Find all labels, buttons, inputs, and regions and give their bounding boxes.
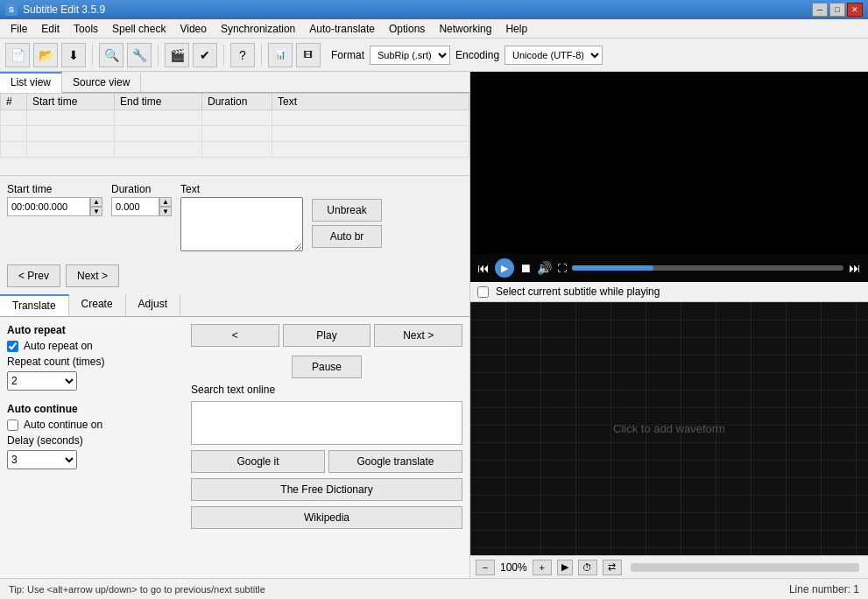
help-button[interactable]: ? [230,43,255,67]
tab-adjust[interactable]: Adjust [126,294,180,316]
zoom-in-button[interactable]: + [533,560,552,575]
status-bar: Tip: Use <alt+arrow up/down> to go to pr… [0,578,868,599]
edit-fields-row: Start time ▲ ▼ Duration [7,183,462,254]
waveform-button[interactable]: 📊 [268,43,293,67]
duration-down[interactable]: ▼ [159,207,172,216]
text-input[interactable] [180,197,303,251]
check-button[interactable]: ✔ [193,43,217,67]
table-row[interactable] [1,126,469,142]
close-button[interactable]: ✕ [847,3,863,17]
toolbar-separator-2 [158,45,159,66]
repeat-count-row: Repeat count (times) [7,356,182,368]
col-header-dur: Duration [202,94,272,110]
waveform-extra-button[interactable]: ⇄ [603,560,622,575]
zoom-out-button[interactable]: − [476,560,495,575]
app-icon: S [5,4,18,16]
text-label: Text [180,183,303,195]
menu-options[interactable]: Options [382,21,432,37]
maximize-button[interactable]: □ [829,3,845,17]
encoding-select[interactable]: Unicode (UTF-8) [505,46,603,65]
table-row[interactable] [1,142,469,158]
main-area: List view Source view # Start time End t… [0,72,868,578]
waveform-area[interactable]: Click to add waveform [470,302,868,555]
play-waveform-button[interactable]: ▶ [557,560,573,575]
vc-fullscreen[interactable]: ⛶ [557,263,567,273]
tab-translate[interactable]: Translate [0,294,69,316]
auto-continue-section: Auto continue Auto continue on Delay (se… [7,403,182,469]
search-online-input[interactable] [191,401,462,445]
right-panel: ⏮ ▶ ⏹ 🔊 ⛶ ⏭ Select current subtitle whil… [470,72,868,578]
vc-rewind[interactable]: ⏮ [477,261,490,275]
duration-up[interactable]: ▲ [159,197,172,207]
prev-button[interactable]: < Prev [7,264,60,287]
download-button[interactable]: ⬇ [61,43,86,67]
format-label: Format [331,49,364,61]
auto-continue-checkbox[interactable] [7,419,18,431]
menu-spellcheck[interactable]: Spell check [105,21,173,37]
auto-repeat-on-label: Auto repeat on [24,340,93,352]
delay-row: Delay (seconds) [7,434,182,447]
tab-create[interactable]: Create [69,294,126,316]
delay-select[interactable]: 3 1 2 [7,450,77,469]
next-play-button[interactable]: Next > [374,324,462,347]
auto-repeat-checkbox[interactable] [7,341,18,352]
play-button[interactable]: Play [283,324,371,347]
translate-content: Auto repeat Auto repeat on Repeat count … [0,317,469,578]
menu-networking[interactable]: Networking [432,21,498,37]
fix-button[interactable]: 🔧 [127,43,152,67]
format-select[interactable]: SubRip (.srt) [370,46,450,65]
waveform-scrollbar[interactable] [631,563,859,572]
search-btns-grid: Google it Google translate [191,450,462,473]
waveform-checkbox[interactable] [477,286,489,298]
open-button[interactable]: 📂 [33,43,58,67]
edit-area: Start time ▲ ▼ Duration [0,176,469,294]
menu-edit[interactable]: Edit [34,21,67,37]
vc-play[interactable]: ▶ [495,258,514,278]
auto-repeat-checkbox-row: Auto repeat on [7,340,182,352]
auto-continue-on-label: Auto continue on [24,419,102,431]
back-button[interactable]: < [191,324,279,347]
wikipedia-button[interactable]: Wikipedia [191,506,462,529]
tab-list-view[interactable]: List view [0,72,62,93]
duration-input[interactable] [111,197,159,216]
new-button[interactable]: 📄 [5,43,30,67]
vc-stop[interactable]: ⏹ [519,261,532,275]
minimize-button[interactable]: ─ [812,3,828,17]
start-time-spinner: ▲ ▼ [90,197,102,216]
menu-file[interactable]: File [4,21,34,37]
search-online-label: Search text online [191,384,462,396]
google-translate-button[interactable]: Google translate [328,450,462,473]
repeat-count-select[interactable]: 2 1 3 [7,371,77,391]
auto-repeat-section: Auto repeat Auto repeat on Repeat count … [7,324,182,391]
timeline-button[interactable]: ⏱ [578,560,597,575]
duration-field: Duration ▲ ▼ [111,183,172,216]
tab-source-view[interactable]: Source view [62,72,141,92]
vc-volume[interactable]: 🔊 [537,261,552,275]
vc-forward[interactable]: ⏭ [849,261,861,275]
window-controls: ─ □ ✕ [812,3,863,17]
menu-video[interactable]: Video [173,21,213,37]
next-button[interactable]: Next > [66,264,119,287]
video-import-button[interactable]: 🎬 [165,43,189,67]
menu-sync[interactable]: Synchronization [214,21,302,37]
start-time-down[interactable]: ▼ [90,207,102,216]
translate-tabs: Translate Create Adjust [0,294,469,317]
table-row[interactable] [1,110,469,126]
format-row: Format SubRip (.srt) Encoding Unicode (U… [331,46,603,65]
unbreak-button[interactable]: Unbreak [312,199,382,222]
search-button[interactable]: 🔍 [99,43,123,67]
free-dictionary-button[interactable]: The Free Dictionary [191,478,462,501]
menu-tools[interactable]: Tools [67,21,105,37]
start-time-input[interactable] [7,197,90,216]
video-progress-bar[interactable] [572,265,843,271]
subtitle-table: # Start time End time Duration Text [0,93,469,176]
start-time-input-row: ▲ ▼ [7,197,102,216]
start-time-up[interactable]: ▲ [90,197,102,207]
menu-autotranslate[interactable]: Auto-translate [302,21,382,37]
pause-button[interactable]: Pause [292,356,362,378]
start-time-label: Start time [7,183,102,195]
video-button[interactable]: 🎞 [296,43,321,67]
google-it-button[interactable]: Google it [191,450,325,473]
menu-help[interactable]: Help [498,21,534,37]
auto-br-button[interactable]: Auto br [312,225,382,248]
